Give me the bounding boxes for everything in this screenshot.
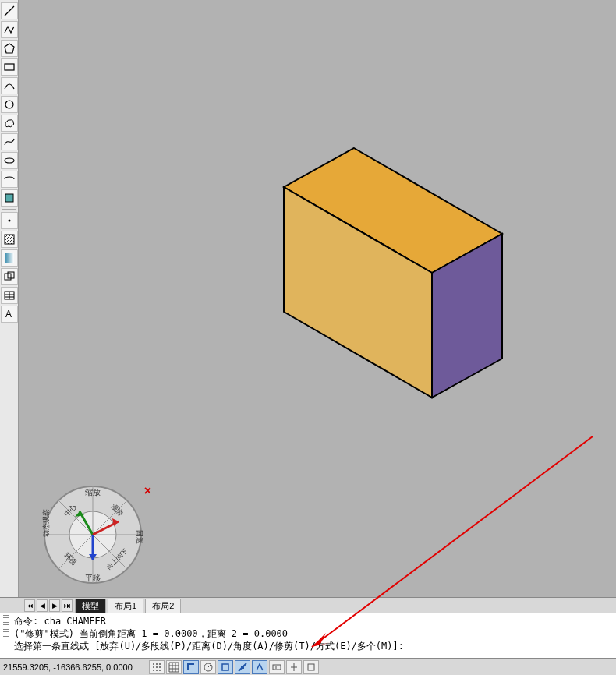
draw-toolbar: A (0, 0, 19, 597)
svg-line-0 (5, 6, 14, 16)
circle-tool[interactable] (1, 96, 18, 113)
svg-point-38 (156, 666, 158, 668)
wheel-right-label: 回退 (136, 530, 143, 544)
tab-layout2[interactable]: 布局2 (145, 599, 181, 613)
snap-grid-dots[interactable] (149, 660, 165, 674)
svg-point-35 (156, 663, 158, 665)
navigation-wheel[interactable]: 缩放 动态观察 回退 平移 中心 漫游 向上/向下 环视 × (42, 484, 143, 585)
svg-rect-2 (5, 64, 14, 70)
toolbar-separator (2, 209, 16, 210)
app-root: A (0, 0, 616, 675)
block-tool[interactable] (1, 189, 18, 207)
tab-last-button[interactable]: ⏭ (62, 599, 73, 612)
table-tool[interactable] (1, 287, 18, 304)
svg-point-34 (153, 663, 154, 665)
osnap-tracking[interactable] (235, 660, 250, 674)
svg-point-36 (159, 663, 161, 665)
polygon-tool[interactable] (1, 40, 18, 57)
svg-point-40 (153, 670, 154, 671)
status-toggle-group (148, 660, 320, 674)
tab-first-button[interactable]: ⏮ (24, 599, 35, 612)
svg-point-3 (5, 101, 13, 108)
arc-tool[interactable] (1, 77, 18, 94)
quick-props[interactable] (303, 660, 319, 674)
layout-tabs-bar: ⏮ ◀ ▶ ⏭ 模型 布局1 布局2 (0, 597, 616, 613)
spline-tool[interactable] (1, 133, 18, 150)
svg-point-37 (153, 666, 154, 668)
svg-text:A: A (5, 309, 12, 320)
command-grip-icon (3, 615, 9, 640)
osnap[interactable] (218, 660, 233, 674)
region-tool[interactable] (1, 268, 18, 285)
drawing-canvas[interactable]: 缩放 动态观察 回退 平移 中心 漫游 向上/向下 环视 × (19, 0, 616, 597)
svg-marker-1 (5, 44, 14, 53)
svg-rect-8 (5, 253, 14, 263)
svg-point-6 (8, 220, 10, 222)
svg-point-42 (159, 670, 161, 671)
point-tool[interactable] (1, 212, 18, 229)
dynamic-ucs[interactable] (252, 660, 267, 674)
ellipse-tool[interactable] (1, 152, 18, 169)
svg-rect-5 (5, 194, 13, 202)
command-history-line: ("修剪"模式) 当前倒角距离 1 = 0.0000，距离 2 = 0.0000 (14, 627, 613, 640)
revcloud-tool[interactable] (1, 115, 18, 132)
svg-rect-47 (241, 666, 244, 669)
wheel-top-label: 缩放 (85, 488, 101, 497)
status-bar: 21559.3205, -16366.6255, 0.0000 (0, 658, 616, 675)
command-history-line: 命令: cha CHAMFER (14, 615, 613, 627)
svg-point-41 (156, 670, 158, 671)
svg-rect-48 (273, 665, 281, 670)
rectangle-tool[interactable] (1, 58, 18, 76)
wheel-bottom-label: 平移 (85, 574, 101, 582)
hatch-tool[interactable] (1, 231, 18, 248)
tab-prev-button[interactable]: ◀ (37, 599, 48, 612)
close-icon[interactable]: × (144, 484, 151, 498)
gradient-tool[interactable] (1, 249, 18, 267)
svg-line-44 (208, 664, 211, 667)
line-tool[interactable] (1, 2, 18, 19)
svg-point-39 (159, 666, 161, 668)
svg-point-4 (5, 158, 14, 163)
tab-next-button[interactable]: ▶ (49, 599, 60, 612)
lineweight[interactable] (286, 660, 302, 674)
command-window[interactable]: 命令: cha CHAMFER ("修剪"模式) 当前倒角距离 1 = 0.00… (0, 613, 616, 658)
coordinates-display: 21559.3205, -16366.6255, 0.0000 (3, 663, 140, 672)
svg-rect-45 (222, 664, 228, 670)
command-prompt-line[interactable]: 选择第一条直线或 [放弃(U)/多段线(P)/距离(D)/角度(A)/修剪(T)… (14, 640, 613, 652)
dynamic-input[interactable] (269, 660, 285, 674)
tab-layout1[interactable]: 布局1 (108, 599, 143, 613)
ellipse-arc-tool[interactable] (1, 171, 18, 188)
polar-tracking[interactable] (200, 660, 216, 674)
main-area: A (0, 0, 616, 597)
ortho-mode[interactable] (183, 660, 199, 674)
polyline-tool[interactable] (1, 21, 18, 38)
wheel-left-label: 动态观察 (42, 509, 50, 537)
text-tool[interactable]: A (1, 306, 18, 323)
box-solid (284, 148, 502, 398)
tab-model[interactable]: 模型 (75, 599, 106, 613)
svg-rect-52 (308, 664, 314, 670)
grid-display[interactable] (166, 660, 182, 674)
